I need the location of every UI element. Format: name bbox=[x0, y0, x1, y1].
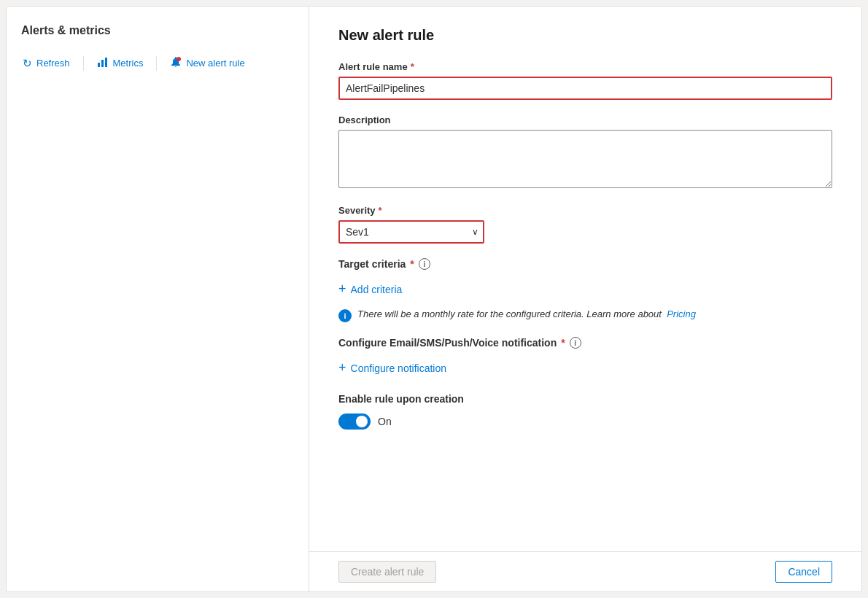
sidebar: Alerts & metrics ↻ Refresh Metrics bbox=[7, 7, 309, 591]
alert-icon bbox=[170, 56, 182, 70]
required-star: * bbox=[411, 61, 414, 72]
enable-rule-toggle[interactable] bbox=[338, 413, 371, 430]
svg-rect-1 bbox=[101, 60, 104, 67]
severity-select[interactable]: Sev0 Sev1 Sev2 Sev3 Sev4 bbox=[338, 220, 484, 244]
info-circle-icon: i bbox=[338, 309, 352, 322]
refresh-button[interactable]: ↻ Refresh bbox=[15, 53, 77, 74]
severity-required-star: * bbox=[379, 205, 382, 216]
divider bbox=[83, 56, 84, 71]
target-criteria-star: * bbox=[410, 258, 414, 270]
footer-left: Create alert rule bbox=[338, 561, 768, 583]
pricing-info-banner: i There will be a monthly rate for the c… bbox=[338, 308, 832, 322]
add-criteria-button[interactable]: + Add criteria bbox=[338, 279, 402, 300]
sidebar-title: Alerts & metrics bbox=[7, 18, 309, 49]
metrics-icon bbox=[97, 56, 109, 70]
notification-group: Configure Email/SMS/Push/Voice notificat… bbox=[338, 337, 832, 378]
alert-rule-name-group: Alert rule name * bbox=[338, 61, 832, 100]
toggle-on-text: On bbox=[378, 416, 392, 427]
target-criteria-group: Target criteria * i + Add criteria i The… bbox=[338, 258, 832, 322]
alert-rule-name-label: Alert rule name * bbox=[338, 61, 832, 72]
panel-title: New alert rule bbox=[338, 27, 832, 44]
new-alert-rule-button[interactable]: New alert rule bbox=[163, 52, 252, 74]
divider2 bbox=[156, 56, 157, 71]
notification-label: Configure Email/SMS/Push/Voice notificat… bbox=[338, 337, 832, 349]
enable-rule-label: Enable rule upon creation bbox=[338, 393, 832, 405]
target-criteria-label: Target criteria * i bbox=[338, 258, 832, 270]
info-banner-text: There will be a monthly rate for the con… bbox=[357, 308, 696, 319]
svg-rect-2 bbox=[105, 58, 107, 67]
severity-group: Severity * Sev0 Sev1 Sev2 Sev3 Sev4 ∨ bbox=[338, 205, 832, 244]
severity-label: Severity * bbox=[338, 205, 832, 216]
toggle-track bbox=[338, 413, 371, 430]
refresh-label: Refresh bbox=[36, 58, 70, 69]
toggle-row: On bbox=[338, 413, 832, 430]
refresh-icon: ↻ bbox=[23, 57, 32, 70]
svg-rect-0 bbox=[98, 63, 100, 67]
notification-info-icon[interactable]: i bbox=[570, 337, 581, 349]
configure-notification-button[interactable]: + Configure notification bbox=[338, 357, 446, 378]
svg-point-3 bbox=[177, 57, 181, 61]
plus-icon-2: + bbox=[338, 360, 346, 376]
plus-icon: + bbox=[338, 281, 346, 297]
pricing-link[interactable]: Pricing bbox=[667, 308, 696, 319]
content-scroll: New alert rule Alert rule name * Descrip… bbox=[309, 7, 861, 551]
description-label: Description bbox=[338, 114, 832, 125]
cancel-button[interactable]: Cancel bbox=[775, 561, 832, 583]
description-group: Description bbox=[338, 114, 832, 190]
description-input[interactable] bbox=[338, 130, 832, 188]
target-criteria-info-icon[interactable]: i bbox=[419, 258, 430, 270]
toggle-thumb bbox=[356, 416, 368, 427]
severity-select-wrapper: Sev0 Sev1 Sev2 Sev3 Sev4 ∨ bbox=[338, 220, 484, 244]
metrics-label: Metrics bbox=[113, 58, 144, 69]
footer: Create alert rule Cancel bbox=[309, 551, 861, 591]
metrics-button[interactable]: Metrics bbox=[90, 52, 151, 74]
notification-star: * bbox=[561, 337, 565, 349]
create-alert-rule-button: Create alert rule bbox=[338, 561, 436, 583]
new-alert-label: New alert rule bbox=[186, 58, 244, 69]
alert-rule-name-input[interactable] bbox=[338, 77, 832, 100]
sidebar-actions: ↻ Refresh Metrics bbox=[7, 49, 309, 77]
content-panel: New alert rule Alert rule name * Descrip… bbox=[309, 7, 861, 591]
enable-rule-section: Enable rule upon creation On bbox=[338, 393, 832, 430]
